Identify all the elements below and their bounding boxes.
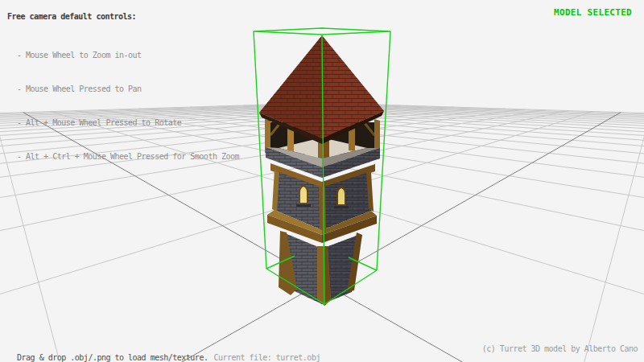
footer-bar: Drag & drop .obj/.png to load mesh/textu…: [8, 344, 320, 362]
drop-hint-label: Drag & drop .obj/.png to load mesh/textu…: [17, 353, 208, 362]
current-file-label: Current file: turret.obj: [213, 353, 320, 362]
model-viewer-app: { "hud": { "help": { "title": "Free came…: [0, 0, 644, 362]
corner-trim-front: [319, 187, 326, 231]
window-sill: [334, 206, 349, 208]
help-item-smooth-zoom: - Alt + Ctrl + Mouse Wheel Pressed for S…: [17, 149, 239, 165]
camera-controls-help: - Mouse Wheel to Zoom in-out - Mouse Whe…: [17, 30, 239, 174]
model-credit-label: (c) Turret 3D model by Alberto Cano: [482, 344, 638, 353]
window-glow: [300, 187, 307, 203]
help-item-pan: - Mouse Wheel Pressed to Pan: [17, 81, 239, 97]
window-glow: [338, 188, 345, 204]
bounding-box-top: [254, 28, 390, 35]
help-item-rotate: - Alt + Mouse Wheel Pressed to Rotate: [17, 115, 239, 131]
grid-line: [190, 107, 644, 362]
bounding-box-edge-left: [254, 31, 266, 269]
help-item-zoom: - Mouse Wheel to Zoom in-out: [17, 47, 239, 64]
help-title: Free camera default controls:: [7, 12, 136, 21]
window-sill: [296, 204, 311, 207]
model-selected-status: MODEL SELECTED: [554, 7, 632, 18]
